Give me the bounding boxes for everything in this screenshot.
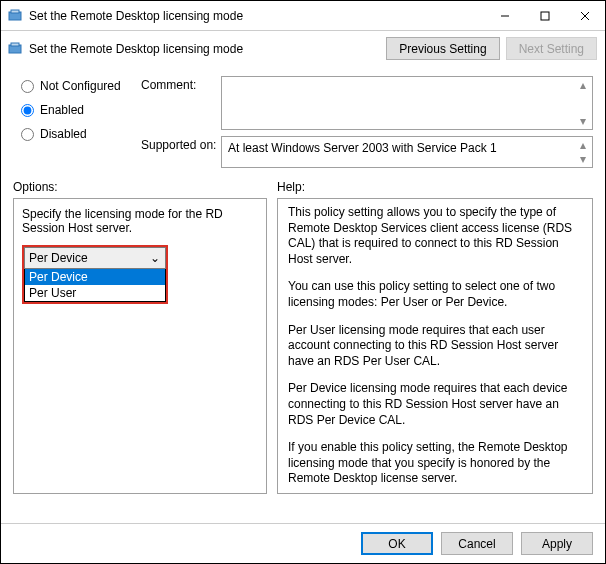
help-text: This policy setting allows you to specif… — [288, 205, 582, 267]
help-label: Help: — [277, 178, 593, 198]
scroll-up-icon[interactable]: ▴ — [576, 139, 590, 151]
supported-text-box: At least Windows Server 2003 with Servic… — [221, 136, 593, 168]
close-button[interactable] — [565, 1, 605, 30]
dropdown-list: Per Device Per User — [24, 269, 166, 302]
footer: OK Cancel Apply — [1, 523, 605, 563]
dropdown-item-per-device[interactable]: Per Device — [25, 269, 165, 285]
previous-setting-button[interactable]: Previous Setting — [386, 37, 499, 60]
radio-input[interactable] — [21, 104, 34, 117]
radio-label: Enabled — [40, 103, 84, 117]
svg-rect-7 — [11, 43, 19, 46]
help-text: Per User licensing mode requires that ea… — [288, 323, 582, 370]
radio-input[interactable] — [21, 80, 34, 93]
radio-input[interactable] — [21, 128, 34, 141]
help-text: Per Device licensing mode requires that … — [288, 381, 582, 428]
help-text: If you enable this policy setting, the R… — [288, 440, 582, 487]
help-panel: This policy setting allows you to specif… — [277, 198, 593, 494]
header-subtitle: Set the Remote Desktop licensing mode — [29, 42, 380, 56]
radio-enabled[interactable]: Enabled — [21, 100, 141, 120]
supported-text: At least Windows Server 2003 with Servic… — [228, 141, 497, 155]
options-label: Options: — [13, 178, 267, 198]
maximize-button[interactable] — [525, 1, 565, 30]
comment-label: Comment: — [141, 76, 221, 130]
scroll-down-icon[interactable]: ▾ — [576, 115, 590, 127]
state-radio-group: Not Configured Enabled Disabled — [21, 76, 141, 174]
radio-disabled[interactable]: Disabled — [21, 124, 141, 144]
radio-label: Disabled — [40, 127, 87, 141]
dropdown-selected: Per Device — [29, 251, 147, 265]
header-row: Set the Remote Desktop licensing mode Pr… — [1, 31, 605, 66]
comment-input[interactable]: ▴ ▾ — [221, 76, 593, 130]
chevron-down-icon: ⌄ — [147, 251, 163, 265]
scroll-down-icon[interactable]: ▾ — [576, 153, 590, 165]
svg-rect-3 — [541, 12, 549, 20]
config-area: Not Configured Enabled Disabled Comment:… — [1, 66, 605, 174]
radio-label: Not Configured — [40, 79, 121, 93]
svg-rect-1 — [11, 10, 19, 13]
licensing-mode-dropdown[interactable]: Per Device ⌄ — [24, 247, 166, 269]
titlebar: Set the Remote Desktop licensing mode — [1, 1, 605, 31]
help-text: You can use this policy setting to selec… — [288, 279, 582, 310]
ok-button[interactable]: OK — [361, 532, 433, 555]
next-setting-button: Next Setting — [506, 37, 597, 60]
cancel-button[interactable]: Cancel — [441, 532, 513, 555]
supported-label: Supported on: — [141, 136, 221, 168]
window-title: Set the Remote Desktop licensing mode — [29, 9, 485, 23]
policy-icon — [7, 8, 23, 24]
options-description: Specify the licensing mode for the RD Se… — [22, 207, 258, 235]
radio-not-configured[interactable]: Not Configured — [21, 76, 141, 96]
dropdown-item-per-user[interactable]: Per User — [25, 285, 165, 301]
apply-button[interactable]: Apply — [521, 532, 593, 555]
policy-icon — [7, 41, 23, 57]
minimize-button[interactable] — [485, 1, 525, 30]
options-panel: Specify the licensing mode for the RD Se… — [13, 198, 267, 494]
licensing-mode-highlight: Per Device ⌄ Per Device Per User — [22, 245, 168, 304]
scroll-up-icon[interactable]: ▴ — [576, 79, 590, 91]
